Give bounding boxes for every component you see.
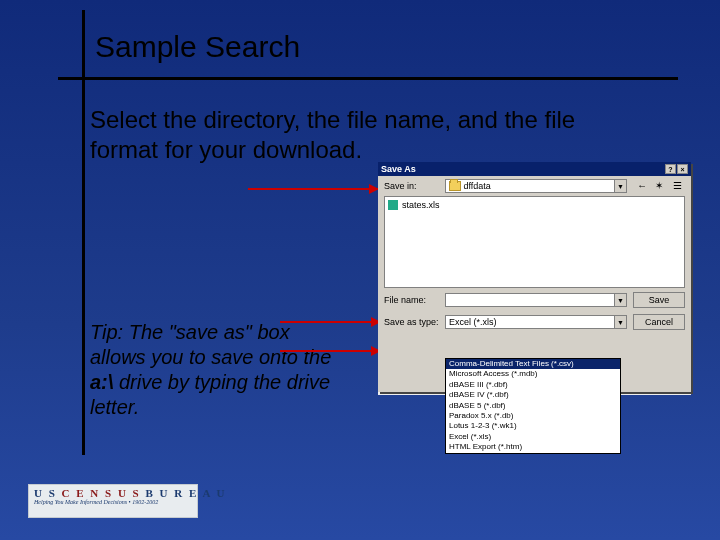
tip-text: Tip: The "save as" box allows you to sav… bbox=[90, 320, 340, 420]
save-type-row: Save as type: Excel (*.xls) ▼ Cancel bbox=[384, 312, 685, 332]
file-list-area[interactable]: states.xls bbox=[384, 196, 685, 288]
type-option[interactable]: Excel (*.xls) bbox=[446, 432, 620, 442]
tip-prefix: Tip: The "save as" box allows you to sav… bbox=[90, 321, 331, 368]
type-option[interactable]: HTML Export (*.htm) bbox=[446, 442, 620, 452]
save-in-combo[interactable]: dffdata ▼ bbox=[445, 179, 627, 193]
new-folder-icon[interactable] bbox=[655, 180, 667, 192]
type-option[interactable]: Comma-Delimited Text Files (*.csv) bbox=[446, 359, 620, 369]
instruction-text-content: Select the directory, the file name, and… bbox=[90, 106, 575, 163]
dialog-titlebar: Save As ? × bbox=[378, 162, 691, 176]
page-title: Sample Search bbox=[95, 30, 300, 64]
arrow-to-filename bbox=[280, 321, 380, 323]
arrow-to-directory bbox=[248, 188, 378, 190]
file-item-label: states.xls bbox=[402, 200, 440, 210]
horizontal-divider bbox=[58, 77, 678, 80]
close-button[interactable]: × bbox=[677, 164, 688, 174]
save-type-combo[interactable]: Excel (*.xls) ▼ bbox=[445, 315, 627, 329]
save-as-dialog: Save As ? × Save in: dffdata ▼ states.xl… bbox=[378, 162, 691, 392]
file-name-row: File name: ▼ Save bbox=[384, 290, 685, 310]
folder-icon bbox=[449, 181, 461, 191]
type-option[interactable]: dBASE III (*.dbf) bbox=[446, 380, 620, 390]
type-option[interactable]: Lotus 1-2-3 (*.wk1) bbox=[446, 421, 620, 431]
chevron-down-icon[interactable]: ▼ bbox=[614, 316, 626, 328]
save-type-label: Save as type: bbox=[384, 317, 439, 327]
tip-suffix: drive by typing the drive letter. bbox=[90, 371, 330, 418]
census-wordmark: U S C E N S U S B U R E A U bbox=[34, 487, 192, 499]
chevron-down-icon[interactable]: ▼ bbox=[614, 180, 626, 192]
instruction-text: Select the directory, the file name, and… bbox=[90, 105, 640, 165]
cancel-button[interactable]: Cancel bbox=[633, 314, 685, 330]
save-in-label: Save in: bbox=[384, 181, 439, 191]
save-type-value: Excel (*.xls) bbox=[449, 317, 497, 327]
save-button[interactable]: Save bbox=[633, 292, 685, 308]
help-button[interactable]: ? bbox=[665, 164, 676, 174]
census-tagline: Helping You Make Informed Decisions • 19… bbox=[34, 499, 192, 505]
save-in-value: dffdata bbox=[464, 181, 491, 191]
arrow-to-filetype bbox=[280, 350, 380, 352]
save-in-row: Save in: dffdata ▼ bbox=[378, 176, 691, 196]
type-option[interactable]: Microsoft Access (*.mdb) bbox=[446, 369, 620, 379]
save-type-dropdown[interactable]: Comma-Delimited Text Files (*.csv) Micro… bbox=[445, 358, 621, 454]
chevron-down-icon[interactable]: ▼ bbox=[614, 294, 626, 306]
xls-icon bbox=[388, 200, 398, 210]
file-name-label: File name: bbox=[384, 295, 439, 305]
type-option[interactable]: dBASE IV (*.dbf) bbox=[446, 390, 620, 400]
up-folder-icon[interactable] bbox=[637, 180, 649, 192]
type-option[interactable]: dBASE 5 (*.dbf) bbox=[446, 401, 620, 411]
dialog-title: Save As bbox=[381, 164, 416, 174]
view-menu-icon[interactable] bbox=[673, 180, 685, 192]
file-name-input[interactable]: ▼ bbox=[445, 293, 627, 307]
tip-drive: a:\ bbox=[90, 371, 113, 393]
type-option[interactable]: Paradox 5.x (*.db) bbox=[446, 411, 620, 421]
census-logo: U S C E N S U S B U R E A U Helping You … bbox=[28, 484, 198, 518]
file-item[interactable]: states.xls bbox=[388, 200, 681, 210]
